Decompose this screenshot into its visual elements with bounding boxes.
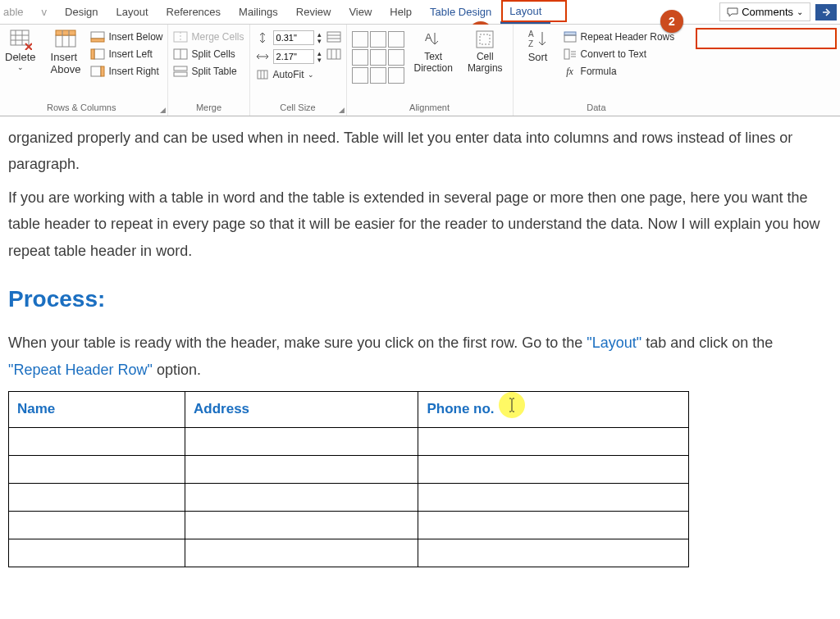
- merge-cells-icon: [173, 30, 188, 43]
- table-row[interactable]: [9, 483, 689, 511]
- align-bot-right[interactable]: [388, 67, 404, 84]
- tab-references[interactable]: References: [158, 2, 230, 22]
- callout-box-repeat-header: [696, 28, 837, 49]
- doc-paragraph: If you are working with a table in word …: [8, 184, 827, 264]
- doc-text: option.: [153, 362, 201, 378]
- comments-label: Comments: [742, 6, 793, 18]
- insert-right-button[interactable]: Insert Right: [90, 64, 162, 79]
- tab-view[interactable]: View: [340, 2, 381, 22]
- formula-button[interactable]: fx Formula: [563, 64, 675, 79]
- ribbon: Delete ⌄ InsertAbove Insert Below Insert…: [0, 25, 840, 116]
- insert-below-label: Insert Below: [108, 31, 162, 43]
- tab-table-layout[interactable]: Layout: [500, 1, 550, 24]
- callout-badge-2: 2: [660, 10, 683, 33]
- distribute-rows-button[interactable]: [326, 30, 341, 44]
- spinner-icon[interactable]: ▴▾: [317, 31, 322, 44]
- table-header-name[interactable]: Name: [9, 392, 185, 428]
- group-alignment: A TextDirection CellMargins Alignment: [347, 25, 514, 116]
- tab-layout-page[interactable]: Layout: [107, 2, 158, 22]
- tab-mailings[interactable]: Mailings: [230, 2, 287, 22]
- share-button[interactable]: [815, 4, 837, 20]
- doc-text: If you are working with a table in word …: [8, 189, 820, 232]
- share-icon: [820, 7, 832, 17]
- convert-text-label: Convert to Text: [581, 48, 646, 60]
- align-top-left[interactable]: [352, 31, 368, 48]
- svg-rect-6: [56, 30, 75, 35]
- spinner-icon[interactable]: ▴▾: [317, 50, 322, 63]
- menubar: able v Design Layout References Mailings…: [0, 0, 840, 25]
- svg-rect-27: [327, 49, 340, 59]
- formula-label: Formula: [581, 66, 617, 77]
- doc-paragraph: When your table is ready with the header…: [8, 330, 827, 383]
- chevron-down-icon: ⌄: [797, 7, 803, 16]
- merge-cells-button: Merge Cells: [173, 30, 244, 44]
- insert-above-label: InsertAbove: [51, 51, 81, 75]
- svg-rect-11: [94, 49, 104, 59]
- dialog-launcher-icon[interactable]: ◢: [339, 106, 345, 114]
- table-row[interactable]: [9, 511, 689, 539]
- align-mid-left[interactable]: [352, 49, 368, 66]
- tab-design[interactable]: Design: [56, 2, 107, 22]
- document-area: organized properly and can be used when …: [0, 116, 840, 600]
- align-bot-center[interactable]: [370, 67, 386, 84]
- table-row[interactable]: [9, 455, 689, 483]
- doc-text: tab and click on the: [641, 335, 773, 351]
- formula-icon: fx: [563, 65, 578, 78]
- doc-link-layout[interactable]: "Layout": [587, 335, 641, 351]
- doc-table[interactable]: Name Address Phone no.: [8, 391, 689, 567]
- table-row[interactable]: [9, 539, 689, 567]
- doc-heading-process: Process:: [8, 279, 827, 320]
- repeat-header-rows-button[interactable]: Repeat Header Rows: [563, 30, 675, 44]
- delete-button[interactable]: Delete ⌄: [0, 26, 41, 73]
- group-title-alignment: Alignment: [352, 101, 508, 116]
- repeat-header-label: Repeat Header Rows: [581, 31, 675, 43]
- convert-to-text-button[interactable]: Convert to Text: [563, 47, 675, 61]
- text-cursor-highlight: [499, 392, 525, 418]
- align-top-center[interactable]: [370, 31, 386, 48]
- row-height-input[interactable]: [273, 30, 314, 45]
- tab-help[interactable]: Help: [381, 2, 421, 22]
- comments-button[interactable]: Comments ⌄: [719, 2, 810, 21]
- col-width-input[interactable]: [273, 49, 314, 64]
- tab-stub-v: v: [33, 2, 57, 22]
- tab-stub-left: able: [3, 2, 33, 22]
- align-bot-left[interactable]: [352, 67, 368, 84]
- svg-rect-20: [174, 72, 187, 76]
- group-title-cell-size: Cell Size: [255, 101, 341, 116]
- text-direction-button[interactable]: A TextDirection: [409, 26, 458, 75]
- align-top-right[interactable]: [388, 31, 404, 48]
- svg-rect-37: [564, 49, 569, 59]
- sort-button[interactable]: AZ Sort: [518, 26, 558, 65]
- tab-review[interactable]: Review: [287, 2, 340, 22]
- align-mid-right[interactable]: [388, 49, 404, 66]
- autofit-button[interactable]: AutoFit ⌄: [255, 67, 322, 82]
- insert-left-icon: [90, 48, 105, 61]
- distribute-cols-button[interactable]: [326, 47, 341, 61]
- table-header-row[interactable]: Name Address Phone no.: [9, 392, 689, 428]
- doc-link-repeat-header[interactable]: "Repeat Header Row": [8, 362, 153, 378]
- align-mid-center[interactable]: [370, 49, 386, 66]
- split-cells-button[interactable]: Split Cells: [173, 47, 244, 61]
- table-header-phone[interactable]: Phone no.: [418, 392, 689, 428]
- insert-above-button[interactable]: InsertAbove: [46, 26, 86, 77]
- group-title-merge: Merge: [173, 101, 244, 116]
- insert-below-button[interactable]: Insert Below: [90, 30, 162, 44]
- cell-margins-button[interactable]: CellMargins: [463, 26, 508, 75]
- convert-text-icon: [563, 48, 578, 61]
- table-header-address[interactable]: Address: [185, 392, 418, 428]
- svg-rect-14: [101, 66, 104, 76]
- table-row[interactable]: [9, 427, 689, 455]
- tab-table-design[interactable]: Table Design: [421, 2, 500, 22]
- text-direction-icon: A: [422, 28, 445, 51]
- alignment-grid: [352, 31, 404, 84]
- row-height-control[interactable]: ▴▾: [255, 30, 322, 46]
- col-width-control[interactable]: ▴▾: [255, 48, 322, 65]
- svg-text:Z: Z: [528, 39, 533, 48]
- doc-text: When your table is ready with the header…: [8, 335, 587, 351]
- split-table-button[interactable]: Split Table: [173, 64, 244, 79]
- repeat-header-icon: [563, 30, 578, 43]
- delete-label: Delete: [5, 51, 36, 63]
- dialog-launcher-icon[interactable]: ◢: [160, 106, 166, 114]
- group-rows-columns: Delete ⌄ InsertAbove Insert Below Insert…: [0, 25, 168, 116]
- insert-left-button[interactable]: Insert Left: [90, 47, 162, 61]
